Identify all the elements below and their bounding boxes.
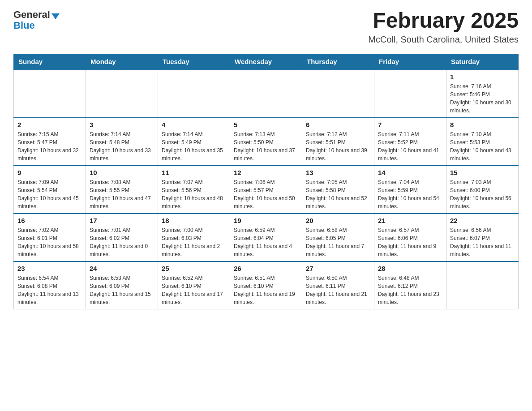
sunrise-text: Sunrise: 6:54 AM <box>17 274 82 282</box>
table-row <box>302 69 374 118</box>
col-thursday: Thursday <box>302 54 374 69</box>
sunrise-text: Sunrise: 7:09 AM <box>17 178 82 186</box>
sunset-text: Sunset: 5:48 PM <box>90 138 154 146</box>
sunset-text: Sunset: 5:50 PM <box>234 138 298 146</box>
day-info: Sunrise: 6:59 AMSunset: 6:04 PMDaylight:… <box>234 226 298 258</box>
logo: General Blue <box>13 9 60 31</box>
col-saturday: Saturday <box>446 54 519 69</box>
day-info: Sunrise: 6:53 AMSunset: 6:09 PMDaylight:… <box>90 274 154 306</box>
day-info: Sunrise: 7:16 AMSunset: 5:46 PMDaylight:… <box>450 82 515 115</box>
table-row: 12Sunrise: 7:06 AMSunset: 5:57 PMDayligh… <box>230 166 302 214</box>
daylight-text: Daylight: 11 hours and 23 minutes. <box>378 290 442 306</box>
table-row: 24Sunrise: 6:53 AMSunset: 6:09 PMDayligh… <box>86 261 158 309</box>
daylight-text: Daylight: 11 hours and 4 minutes. <box>234 242 298 258</box>
day-number: 3 <box>90 121 154 128</box>
sunset-text: Sunset: 5:56 PM <box>162 186 226 194</box>
daylight-text: Daylight: 10 hours and 37 minutes. <box>234 146 298 163</box>
table-row: 7Sunrise: 7:11 AMSunset: 5:52 PMDaylight… <box>374 118 446 166</box>
day-info: Sunrise: 6:50 AMSunset: 6:11 PMDaylight:… <box>306 274 370 306</box>
col-friday: Friday <box>374 54 446 69</box>
day-info: Sunrise: 7:04 AMSunset: 5:59 PMDaylight:… <box>378 178 442 210</box>
month-title: February 2025 <box>368 9 519 33</box>
table-row: 28Sunrise: 6:48 AMSunset: 6:12 PMDayligh… <box>374 261 446 309</box>
daylight-text: Daylight: 10 hours and 35 minutes. <box>162 146 226 163</box>
daylight-text: Daylight: 10 hours and 39 minutes. <box>306 146 370 163</box>
logo-blue-text: Blue <box>13 20 35 31</box>
sunrise-text: Sunrise: 7:14 AM <box>90 130 154 138</box>
daylight-text: Daylight: 10 hours and 58 minutes. <box>17 242 82 258</box>
sunrise-text: Sunrise: 7:04 AM <box>378 178 442 186</box>
table-row: 13Sunrise: 7:05 AMSunset: 5:58 PMDayligh… <box>302 166 374 214</box>
day-number: 5 <box>234 121 298 128</box>
day-number: 27 <box>306 265 370 272</box>
sunset-text: Sunset: 6:10 PM <box>234 282 298 290</box>
sunset-text: Sunset: 5:58 PM <box>306 186 370 194</box>
page-header: General Blue February 2025 McColl, South… <box>13 9 519 45</box>
day-number: 28 <box>378 265 442 272</box>
daylight-text: Daylight: 11 hours and 7 minutes. <box>306 242 370 258</box>
sunset-text: Sunset: 6:11 PM <box>306 282 370 290</box>
sunset-text: Sunset: 6:03 PM <box>162 234 226 242</box>
day-number: 19 <box>234 217 298 224</box>
sunset-text: Sunset: 6:05 PM <box>306 234 370 242</box>
day-info: Sunrise: 7:14 AMSunset: 5:49 PMDaylight:… <box>162 130 226 163</box>
table-row: 3Sunrise: 7:14 AMSunset: 5:48 PMDaylight… <box>86 118 158 166</box>
day-info: Sunrise: 6:52 AMSunset: 6:10 PMDaylight:… <box>162 274 226 306</box>
table-row: 2Sunrise: 7:15 AMSunset: 5:47 PMDaylight… <box>14 118 86 166</box>
calendar-week-row: 2Sunrise: 7:15 AMSunset: 5:47 PMDaylight… <box>14 118 519 166</box>
sunset-text: Sunset: 5:46 PM <box>450 90 515 98</box>
day-number: 10 <box>90 169 154 176</box>
table-row <box>374 69 446 118</box>
day-info: Sunrise: 6:58 AMSunset: 6:05 PMDaylight:… <box>306 226 370 258</box>
daylight-text: Daylight: 10 hours and 48 minutes. <box>162 194 226 210</box>
day-number: 4 <box>162 121 226 128</box>
day-number: 24 <box>90 265 154 272</box>
sunset-text: Sunset: 6:12 PM <box>378 282 442 290</box>
table-row <box>230 69 302 118</box>
sunrise-text: Sunrise: 7:08 AM <box>90 178 154 186</box>
day-info: Sunrise: 7:15 AMSunset: 5:47 PMDaylight:… <box>17 130 82 163</box>
daylight-text: Daylight: 10 hours and 52 minutes. <box>306 194 370 210</box>
table-row: 26Sunrise: 6:51 AMSunset: 6:10 PMDayligh… <box>230 261 302 309</box>
sunrise-text: Sunrise: 7:14 AM <box>162 130 226 138</box>
day-number: 9 <box>17 169 82 176</box>
table-row: 27Sunrise: 6:50 AMSunset: 6:11 PMDayligh… <box>302 261 374 309</box>
sunset-text: Sunset: 5:57 PM <box>234 186 298 194</box>
day-number: 2 <box>17 121 82 128</box>
table-row: 22Sunrise: 6:56 AMSunset: 6:07 PMDayligh… <box>446 214 519 261</box>
day-number: 15 <box>450 169 515 176</box>
table-row: 17Sunrise: 7:01 AMSunset: 6:02 PMDayligh… <box>86 214 158 261</box>
day-info: Sunrise: 7:09 AMSunset: 5:54 PMDaylight:… <box>17 178 82 210</box>
table-row: 21Sunrise: 6:57 AMSunset: 6:06 PMDayligh… <box>374 214 446 261</box>
table-row <box>86 69 158 118</box>
daylight-text: Daylight: 11 hours and 19 minutes. <box>234 290 298 306</box>
table-row: 10Sunrise: 7:08 AMSunset: 5:55 PMDayligh… <box>86 166 158 214</box>
calendar-week-row: 1Sunrise: 7:16 AMSunset: 5:46 PMDaylight… <box>14 69 519 118</box>
sunrise-text: Sunrise: 7:13 AM <box>234 130 298 138</box>
day-info: Sunrise: 7:03 AMSunset: 6:00 PMDaylight:… <box>450 178 515 210</box>
daylight-text: Daylight: 11 hours and 9 minutes. <box>378 242 442 258</box>
sunrise-text: Sunrise: 7:02 AM <box>17 226 82 234</box>
sunset-text: Sunset: 5:55 PM <box>90 186 154 194</box>
day-number: 21 <box>378 217 442 224</box>
calendar-header-row: Sunday Monday Tuesday Wednesday Thursday… <box>14 54 519 69</box>
sunset-text: Sunset: 6:02 PM <box>90 234 154 242</box>
daylight-text: Daylight: 10 hours and 50 minutes. <box>234 194 298 210</box>
day-number: 26 <box>234 265 298 272</box>
sunrise-text: Sunrise: 6:56 AM <box>450 226 515 234</box>
day-number: 8 <box>450 121 515 128</box>
sunrise-text: Sunrise: 7:07 AM <box>162 178 226 186</box>
col-sunday: Sunday <box>14 54 86 69</box>
day-number: 20 <box>306 217 370 224</box>
sunrise-text: Sunrise: 6:59 AM <box>234 226 298 234</box>
day-info: Sunrise: 7:00 AMSunset: 6:03 PMDaylight:… <box>162 226 226 258</box>
daylight-text: Daylight: 11 hours and 17 minutes. <box>162 290 226 306</box>
day-number: 6 <box>306 121 370 128</box>
daylight-text: Daylight: 10 hours and 33 minutes. <box>90 146 154 163</box>
sunrise-text: Sunrise: 7:16 AM <box>450 82 515 90</box>
day-info: Sunrise: 6:51 AMSunset: 6:10 PMDaylight:… <box>234 274 298 306</box>
daylight-text: Daylight: 10 hours and 41 minutes. <box>378 146 442 163</box>
col-monday: Monday <box>86 54 158 69</box>
sunrise-text: Sunrise: 7:15 AM <box>17 130 82 138</box>
daylight-text: Daylight: 11 hours and 15 minutes. <box>90 290 154 306</box>
